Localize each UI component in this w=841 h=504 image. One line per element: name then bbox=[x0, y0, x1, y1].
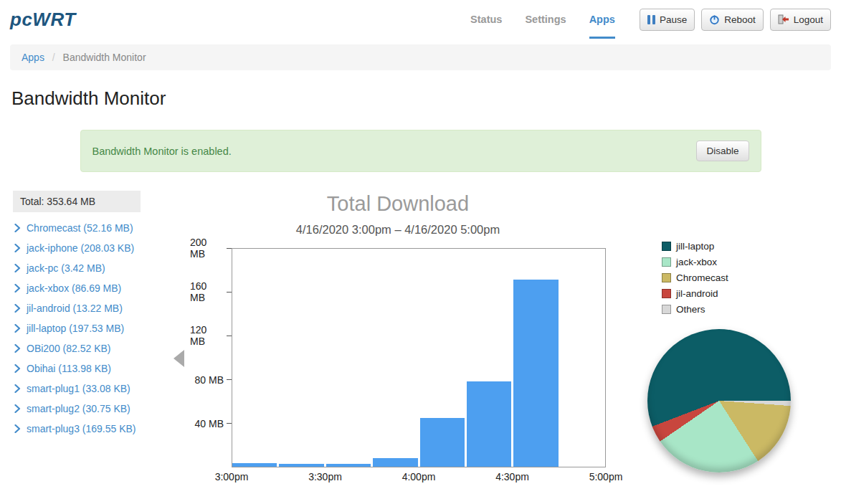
bar-3:15pm bbox=[279, 464, 323, 467]
chevron-right-icon bbox=[14, 384, 21, 393]
bar-3:00pm bbox=[232, 463, 277, 467]
header: pcWRT StatusSettingsApps Pause Reboot bbox=[0, 0, 841, 39]
device-label: jack-xbox (86.69 MB) bbox=[27, 282, 121, 294]
alert-banner: Bandwidth Monitor is enabled. Disable bbox=[80, 130, 761, 172]
bar-4:00pm bbox=[420, 418, 465, 467]
y-axis-label: 80 MB bbox=[195, 374, 232, 386]
alert-message: Bandwidth Monitor is enabled. bbox=[92, 146, 232, 157]
device-label: smart-plug1 (33.08 KB) bbox=[27, 383, 130, 394]
content: Total: 353.64 MB Chromecast (52.16 MB)ja… bbox=[13, 191, 841, 485]
device-label: jill-laptop (197.53 MB) bbox=[27, 323, 124, 334]
pie-chart-block: jill-laptopjack-xboxChromecastjil-androi… bbox=[647, 191, 819, 485]
chevron-right-icon bbox=[14, 424, 21, 433]
legend-label: Others bbox=[676, 304, 705, 315]
logout-button-label: Logout bbox=[794, 14, 823, 25]
total-bandwidth: Total: 353.64 MB bbox=[13, 191, 141, 212]
logout-button[interactable]: Logout bbox=[770, 9, 831, 31]
device-label: smart-plug3 (169.55 KB) bbox=[27, 423, 136, 434]
bar-chart: 200 MB160 MB120 MB80 MB40 MB 3:00pm3:30p… bbox=[190, 248, 606, 485]
device-item[interactable]: smart-plug3 (169.55 KB) bbox=[13, 419, 141, 439]
x-axis-label: 4:00pm bbox=[402, 471, 436, 482]
pie-chart bbox=[647, 329, 791, 472]
legend-swatch bbox=[662, 305, 671, 314]
pause-icon bbox=[647, 15, 655, 24]
y-axis-label: 200 MB bbox=[190, 237, 232, 260]
page-title: Bandwidth Monitor bbox=[11, 87, 841, 110]
device-item[interactable]: jill-laptop (197.53 MB) bbox=[13, 318, 141, 338]
device-item[interactable]: jack-xbox (86.69 MB) bbox=[13, 278, 141, 298]
plot-area bbox=[232, 248, 606, 467]
reboot-button-label: Reboot bbox=[724, 14, 756, 25]
legend-label: jack-xbox bbox=[676, 257, 717, 267]
x-axis-label: 3:30pm bbox=[308, 471, 342, 482]
device-item[interactable]: smart-plug1 (33.08 KB) bbox=[13, 379, 141, 399]
pause-button-label: Pause bbox=[660, 14, 687, 25]
bar-4:15pm bbox=[467, 381, 511, 467]
chevron-right-icon bbox=[14, 244, 21, 252]
reboot-button[interactable]: Reboot bbox=[701, 9, 764, 31]
chevron-right-icon bbox=[14, 304, 21, 313]
chevron-right-icon bbox=[14, 364, 21, 373]
legend-swatch bbox=[662, 273, 671, 282]
chevron-right-icon bbox=[14, 344, 21, 353]
legend-label: jill-laptop bbox=[676, 241, 714, 252]
legend-item-jill-laptop: jill-laptop bbox=[662, 241, 819, 252]
device-label: jack-pc (3.42 MB) bbox=[27, 262, 105, 274]
legend-swatch bbox=[662, 289, 671, 298]
device-label: Obihai (113.98 KB) bbox=[27, 363, 111, 374]
device-label: OBi200 (82.52 KB) bbox=[27, 343, 111, 354]
device-item[interactable]: smart-plug2 (30.75 KB) bbox=[13, 399, 141, 419]
pause-button[interactable]: Pause bbox=[640, 9, 695, 31]
chevron-right-icon bbox=[14, 264, 21, 272]
nav-settings[interactable]: Settings bbox=[525, 0, 566, 39]
legend-swatch bbox=[662, 257, 671, 267]
chevron-right-icon bbox=[14, 324, 21, 333]
main-nav: StatusSettingsApps bbox=[470, 0, 615, 39]
chevron-right-icon bbox=[14, 224, 21, 232]
device-label: jil-android (13.22 MB) bbox=[27, 303, 123, 314]
device-item[interactable]: jack-pc (3.42 MB) bbox=[13, 258, 141, 278]
x-axis-label: 3:00pm bbox=[215, 471, 249, 482]
prev-period-arrow[interactable] bbox=[174, 350, 184, 367]
chart-date-range: 4/16/2020 3:00pm – 4/16/2020 5:00pm bbox=[190, 223, 606, 237]
legend-item-jil-android: jil-android bbox=[662, 288, 819, 299]
logout-icon bbox=[778, 14, 789, 24]
legend-label: jil-android bbox=[676, 288, 718, 299]
device-label: jack-iphone (208.03 KB) bbox=[27, 242, 134, 254]
chevron-right-icon bbox=[14, 284, 21, 293]
device-sidebar: Total: 353.64 MB Chromecast (52.16 MB)ja… bbox=[13, 191, 141, 485]
header-buttons: Pause Reboot Logout bbox=[640, 9, 831, 31]
device-label: Chromecast (52.16 MB) bbox=[27, 222, 133, 234]
bar-3:45pm bbox=[373, 458, 417, 467]
disable-button[interactable]: Disable bbox=[696, 141, 749, 161]
device-item[interactable]: Obihai (113.98 KB) bbox=[13, 358, 141, 379]
legend-item-jack-xbox: jack-xbox bbox=[662, 257, 819, 267]
bar-3:30pm bbox=[326, 464, 371, 467]
device-item[interactable]: jil-android (13.22 MB) bbox=[13, 298, 141, 318]
chart-area: Total Download 4/16/2020 3:00pm – 4/16/2… bbox=[141, 191, 841, 485]
reboot-icon bbox=[709, 14, 720, 25]
bar-4:30pm bbox=[513, 280, 558, 467]
logo: pcWRT bbox=[10, 9, 76, 31]
breadcrumb-apps-link[interactable]: Apps bbox=[22, 52, 44, 63]
x-axis: 3:00pm3:30pm4:00pm4:30pm5:00pm bbox=[232, 467, 606, 485]
chart-legend: jill-laptopjack-xboxChromecastjil-androi… bbox=[662, 241, 819, 315]
nav-status[interactable]: Status bbox=[470, 0, 502, 39]
legend-swatch bbox=[662, 242, 671, 251]
device-label: smart-plug2 (30.75 KB) bbox=[27, 403, 130, 414]
y-axis-label: 160 MB bbox=[190, 280, 232, 303]
chart-title: Total Download bbox=[190, 192, 606, 216]
bar-chart-block: Total Download 4/16/2020 3:00pm – 4/16/2… bbox=[190, 192, 606, 485]
device-item[interactable]: OBi200 (82.52 KB) bbox=[13, 338, 141, 358]
x-axis-label: 4:30pm bbox=[495, 471, 529, 482]
x-axis-label: 5:00pm bbox=[589, 471, 623, 482]
device-item[interactable]: jack-iphone (208.03 KB) bbox=[13, 238, 141, 258]
legend-item-Others: Others bbox=[662, 304, 819, 315]
legend-label: Chromecast bbox=[676, 272, 728, 283]
device-item[interactable]: Chromecast (52.16 MB) bbox=[13, 218, 141, 238]
nav-apps[interactable]: Apps bbox=[589, 0, 615, 39]
y-axis-label: 120 MB bbox=[190, 324, 232, 347]
y-axis: 200 MB160 MB120 MB80 MB40 MB bbox=[190, 248, 232, 467]
legend-item-Chromecast: Chromecast bbox=[662, 272, 819, 283]
device-list: Chromecast (52.16 MB)jack-iphone (208.03… bbox=[13, 218, 141, 439]
